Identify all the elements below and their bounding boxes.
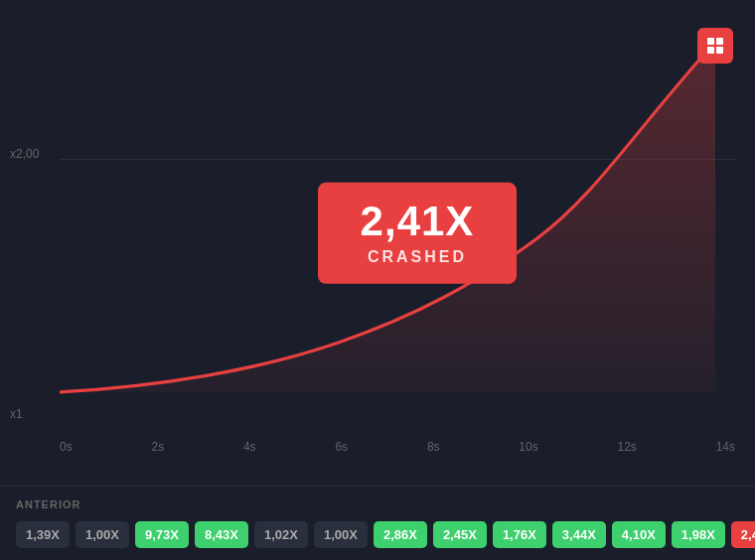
svg-rect-0 xyxy=(707,38,714,45)
svg-rect-2 xyxy=(707,47,714,54)
history-badge: 1,39X xyxy=(16,521,70,548)
x-label-4s: 4s xyxy=(243,440,256,454)
history-badge: 2,41X xyxy=(731,521,755,548)
x-label-6s: 6s xyxy=(335,440,348,454)
history-badge: 4,10X xyxy=(612,521,666,548)
main-container: x2,00 x1 xyxy=(0,0,755,560)
y-label-x1: x1 xyxy=(10,407,23,421)
y-label-x2: x2,00 xyxy=(10,147,39,161)
x-label-8s: 8s xyxy=(427,440,440,454)
crashed-multiplier: 2,41X xyxy=(350,200,485,241)
history-badge: 3,44X xyxy=(552,521,606,548)
history-badge: 1,00X xyxy=(76,521,129,548)
svg-rect-3 xyxy=(716,47,723,54)
history-row: 1,39X1,00X9,73X8,43X1,02X1,00X2,86X2,45X… xyxy=(16,520,739,548)
crashed-box: 2,41X CRASHED xyxy=(318,182,517,283)
grid-icon xyxy=(697,28,733,64)
x-label-14s: 14s xyxy=(716,440,735,454)
history-badge: 8,43X xyxy=(195,521,248,548)
history-badge: 1,00X xyxy=(314,521,368,548)
history-badge: 9,73X xyxy=(135,521,189,548)
x-label-0s: 0s xyxy=(60,440,73,454)
history-badge: 2,86X xyxy=(374,521,427,548)
history-badge: 1,98X xyxy=(672,521,725,548)
x-label-12s: 12s xyxy=(617,440,636,454)
x-label-2s: 2s xyxy=(151,440,164,454)
crashed-label: CRASHED xyxy=(350,247,485,265)
history-badge: 2,45X xyxy=(433,521,487,548)
bottom-panel: ANTERIOR 1,39X1,00X9,73X8,43X1,02X1,00X2… xyxy=(0,486,755,560)
x-axis-labels: 0s 2s 4s 6s 8s 10s 12s 14s xyxy=(60,440,735,454)
x-label-10s: 10s xyxy=(519,440,537,454)
chart-area: x2,00 x1 xyxy=(0,0,755,486)
svg-rect-1 xyxy=(716,38,723,45)
anterior-label: ANTERIOR xyxy=(16,498,739,510)
history-badge: 1,02X xyxy=(254,521,308,548)
history-badge: 1,76X xyxy=(493,521,546,548)
